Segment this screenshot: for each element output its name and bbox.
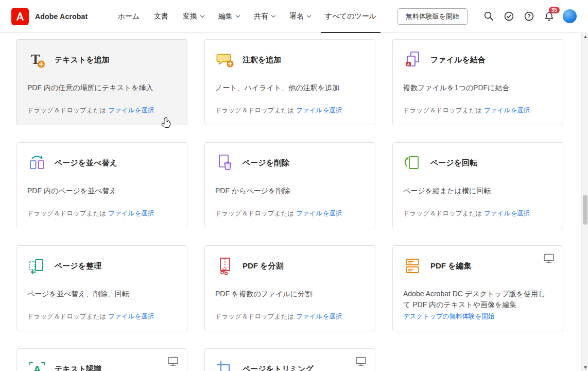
nav-edit[interactable]: 編集 bbox=[211, 0, 247, 33]
card-description: PDF からページを削除 bbox=[215, 185, 365, 196]
desktop-trial-link[interactable]: デスクトップの無料体験を開始 bbox=[403, 313, 494, 320]
tools-grid: T テキストを追加 PDF 内の任意の場所にテキストを挿入 ドラッグ＆ドロップま… bbox=[0, 33, 581, 371]
select-file-link[interactable]: ファイルを選択 bbox=[296, 107, 342, 114]
delete-pages-icon bbox=[215, 153, 235, 173]
nav-sign[interactable]: 署名 bbox=[282, 0, 318, 33]
vertical-scrollbar[interactable] bbox=[581, 33, 588, 371]
notifications-bell-icon[interactable]: 35 bbox=[543, 10, 555, 23]
tool-card-organize-pages[interactable]: ページを整理 ページを並べ替え、削除、回転 ドラッグ＆ドロップまたはファイルを選… bbox=[16, 245, 187, 331]
scrollbar-thumb[interactable] bbox=[583, 195, 587, 225]
scroll-up-arrow-icon[interactable] bbox=[582, 33, 588, 40]
drop-hint: ドラッグ＆ドロップまたは bbox=[215, 313, 294, 320]
select-file-link[interactable]: ファイルを選択 bbox=[484, 210, 530, 217]
nav-home[interactable]: ホーム bbox=[110, 0, 147, 33]
tool-card-split-pdf[interactable]: PDF を分割 PDF を複数のファイルに分割 ドラッグ＆ドロップまたはファイル… bbox=[204, 245, 375, 331]
tool-card-add-comments[interactable]: 注釈を追加 ノート、ハイライト、他の注釈を追加 ドラッグ＆ドロップまたはファイル… bbox=[204, 39, 375, 125]
card-title: 注釈を追加 bbox=[243, 55, 281, 65]
drop-hint: ドラッグ＆ドロップまたは bbox=[27, 313, 106, 320]
tool-card-crop-pages[interactable]: ページをトリミング bbox=[204, 348, 375, 371]
start-trial-button[interactable]: 無料体験版を開始 bbox=[397, 8, 468, 25]
brand: Adobe Acrobat bbox=[11, 8, 88, 25]
desktop-monitor-icon bbox=[355, 356, 367, 366]
card-footer: ドラッグ＆ドロップまたはファイルを選択 bbox=[27, 312, 154, 321]
svg-text:?: ? bbox=[527, 13, 530, 19]
card-footer: ドラッグ＆ドロップまたはファイルを選択 bbox=[215, 312, 342, 321]
svg-text:A: A bbox=[407, 62, 410, 66]
card-title: PDF を分割 bbox=[243, 261, 284, 271]
organize-pages-icon bbox=[27, 256, 47, 276]
select-file-link[interactable]: ファイルを選択 bbox=[484, 107, 530, 114]
help-icon[interactable]: ? bbox=[523, 10, 535, 23]
select-file-link[interactable]: ファイルを選択 bbox=[296, 210, 342, 217]
split-pdf-icon bbox=[215, 256, 235, 276]
desktop-monitor-icon bbox=[167, 356, 179, 366]
drop-hint: ドラッグ＆ドロップまたは bbox=[403, 107, 482, 114]
card-footer: ドラッグ＆ドロップまたはファイルを選択 bbox=[403, 209, 530, 218]
svg-text:A: A bbox=[33, 364, 41, 371]
rotate-pages-icon bbox=[403, 153, 423, 173]
card-description: ページを縦または横に回転 bbox=[403, 185, 552, 196]
nav-documents[interactable]: 文書 bbox=[147, 0, 176, 33]
tool-card-delete-pages[interactable]: ページを削除 PDF からページを削除 ドラッグ＆ドロップまたはファイルを選択 bbox=[204, 142, 375, 228]
card-footer: ドラッグ＆ドロップまたはファイルを選択 bbox=[215, 209, 342, 218]
notification-badge: 35 bbox=[549, 7, 560, 13]
card-title: ファイルを結合 bbox=[430, 55, 486, 65]
card-title: テキストを追加 bbox=[55, 55, 110, 65]
user-avatar[interactable] bbox=[563, 9, 577, 23]
card-title: ページを回転 bbox=[430, 158, 477, 168]
chevron-down-icon bbox=[307, 13, 311, 17]
tool-card-reorder-pages[interactable]: ページを並べ替え PDF 内のページを並べ替え ドラッグ＆ドロップまたはファイル… bbox=[16, 142, 187, 228]
chevron-down-icon bbox=[236, 13, 240, 17]
tool-card-combine-files[interactable]: A ファイルを結合 複数ファイルを1つのPDFに結合 ドラッグ＆ドロップまたはフ… bbox=[392, 39, 563, 125]
desktop-monitor-icon bbox=[543, 253, 555, 263]
tool-card-add-text[interactable]: T テキストを追加 PDF 内の任意の場所にテキストを挿入 ドラッグ＆ドロップま… bbox=[16, 39, 187, 125]
tool-card-edit-pdf[interactable]: PDF を編集 Adobe Acrobat DC デスクトップ版を使用して PD… bbox=[392, 245, 563, 331]
card-description: PDF を複数のファイルに分割 bbox=[215, 289, 365, 299]
drop-hint: ドラッグ＆ドロップまたは bbox=[27, 107, 106, 114]
card-title: テキスト認識 bbox=[55, 364, 101, 371]
tool-card-recognize-text[interactable]: A テキスト認識 bbox=[16, 348, 187, 371]
card-description: Adobe Acrobat DC デスクトップ版を使用して PDF 内のテキスト… bbox=[403, 289, 552, 310]
drop-hint: ドラッグ＆ドロップまたは bbox=[215, 210, 294, 217]
card-title: PDF を編集 bbox=[430, 261, 472, 271]
select-file-link[interactable]: ファイルを選択 bbox=[296, 313, 342, 320]
card-title: ページをトリミング bbox=[243, 364, 314, 371]
combine-files-icon: A bbox=[403, 50, 423, 70]
nav-convert[interactable]: 変換 bbox=[176, 0, 211, 33]
card-footer: ドラッグ＆ドロップまたはファイルを選択 bbox=[215, 106, 342, 115]
card-footer: ドラッグ＆ドロップまたはファイルを選択 bbox=[403, 106, 530, 115]
chevron-down-icon bbox=[200, 13, 204, 17]
reorder-pages-icon bbox=[27, 153, 47, 173]
card-description: PDF 内のページを並べ替え bbox=[27, 185, 177, 196]
card-title: ページを削除 bbox=[243, 158, 289, 168]
app-header: Adobe Acrobat ホーム 文書 変換 編集 共有 署名 すべてのツール… bbox=[0, 0, 588, 33]
brand-name: Adobe Acrobat bbox=[35, 12, 88, 21]
main-nav: ホーム 文書 変換 編集 共有 署名 すべてのツール bbox=[110, 0, 384, 33]
card-description: PDF 内の任意の場所にテキストを挿入 bbox=[27, 82, 177, 93]
add-text-icon: T bbox=[27, 50, 47, 70]
card-description: ノート、ハイライト、他の注釈を追加 bbox=[215, 82, 365, 93]
nav-all-tools[interactable]: すべてのツール bbox=[318, 0, 384, 33]
select-file-link[interactable]: ファイルを選択 bbox=[108, 107, 154, 114]
edit-pdf-icon bbox=[403, 256, 423, 276]
select-file-link[interactable]: ファイルを選択 bbox=[108, 210, 154, 217]
task-check-icon[interactable] bbox=[503, 10, 515, 23]
card-title: ページを並べ替え bbox=[55, 158, 117, 168]
card-footer: ドラッグ＆ドロップまたはファイルを選択 bbox=[27, 106, 154, 115]
card-description: 複数ファイルを1つのPDFに結合 bbox=[403, 82, 552, 93]
select-file-link[interactable]: ファイルを選択 bbox=[108, 313, 154, 320]
card-footer: デスクトップの無料体験を開始 bbox=[403, 312, 494, 321]
card-title: ページを整理 bbox=[55, 261, 101, 271]
tool-card-rotate-pages[interactable]: ページを回転 ページを縦または横に回転 ドラッグ＆ドロップまたはファイルを選択 bbox=[392, 142, 563, 228]
drop-hint: ドラッグ＆ドロップまたは bbox=[403, 210, 482, 217]
crop-pages-icon bbox=[215, 359, 235, 371]
chevron-down-icon bbox=[271, 13, 275, 17]
nav-share[interactable]: 共有 bbox=[247, 0, 282, 33]
drop-hint: ドラッグ＆ドロップまたは bbox=[215, 107, 294, 114]
header-actions: 無料体験版を開始 ? 35 bbox=[397, 8, 577, 25]
scroll-down-arrow-icon[interactable] bbox=[582, 364, 588, 371]
search-icon[interactable] bbox=[482, 10, 495, 23]
recognize-text-icon: A bbox=[27, 359, 47, 371]
card-footer: ドラッグ＆ドロップまたはファイルを選択 bbox=[27, 209, 154, 218]
main-content: T テキストを追加 PDF 内の任意の場所にテキストを挿入 ドラッグ＆ドロップま… bbox=[0, 33, 581, 371]
